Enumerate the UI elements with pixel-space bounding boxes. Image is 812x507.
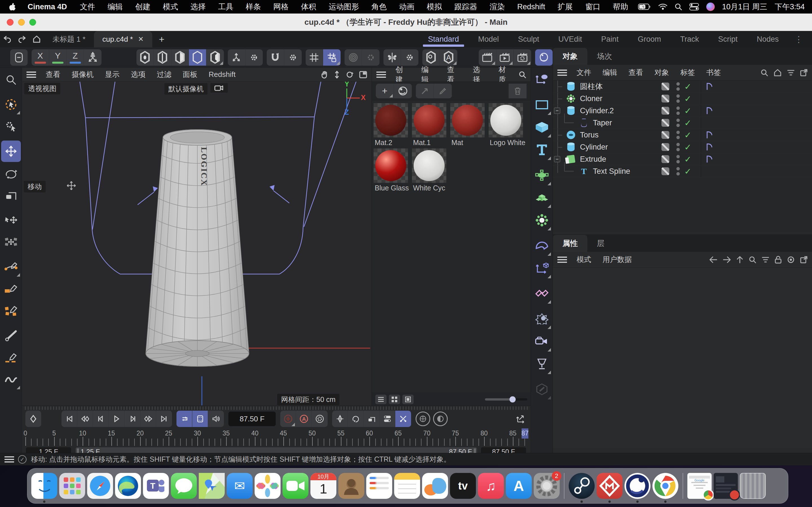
open-timeline-window-button[interactable]	[516, 414, 525, 424]
enabled-check-icon[interactable]: ✓	[684, 118, 691, 128]
layout-tab-sculpt[interactable]: Sculpt	[508, 31, 549, 47]
symmetry-gear-icon[interactable]	[401, 49, 418, 66]
layout-tab-groom[interactable]: Groom	[628, 31, 671, 47]
scale-tool[interactable]	[1, 184, 21, 206]
dock-messages[interactable]	[171, 473, 197, 499]
tab-attributes[interactable]: 属性	[553, 235, 587, 252]
falloff-rings-button[interactable]	[345, 49, 362, 66]
polygon-pen-tool[interactable]	[1, 300, 21, 321]
zoom-region-tool[interactable]	[1, 69, 21, 91]
enabled-check-icon[interactable]: ✓	[684, 82, 691, 92]
status-hamburger-icon[interactable]	[4, 456, 14, 462]
keyframe-presets-button[interactable]	[433, 411, 448, 426]
phong-tag-icon[interactable]	[706, 131, 714, 139]
grid-view-button[interactable]	[389, 395, 400, 404]
goto-start-button[interactable]	[61, 411, 77, 427]
spline-pen-icon[interactable]	[532, 68, 552, 91]
field-object-icon[interactable]	[532, 257, 552, 279]
material-item[interactable]: Mat.2	[373, 103, 410, 147]
vp-menu-filter[interactable]: 过滤	[151, 69, 177, 79]
menu-help[interactable]: 帮助	[607, 0, 635, 13]
toggle-view-icon[interactable]	[359, 71, 367, 78]
attr-menu-mode[interactable]: 模式	[571, 255, 597, 265]
menu-render[interactable]: 渲染	[484, 0, 511, 13]
redshift-renderview-button[interactable]	[535, 49, 553, 66]
menu-select[interactable]: 选择	[185, 0, 212, 13]
sketch-spline-tool[interactable]	[1, 278, 21, 299]
loop-playback-button[interactable]	[176, 411, 192, 427]
add-tab-button[interactable]: +	[152, 34, 171, 45]
next-frame-button[interactable]	[124, 411, 140, 427]
material-item[interactable]: Logo White	[489, 103, 525, 147]
visibility-dots[interactable]	[676, 107, 680, 115]
live-selection-tool[interactable]	[1, 94, 21, 115]
coordinate-system-button[interactable]	[10, 49, 28, 66]
dolly-icon[interactable]	[334, 71, 340, 78]
dock-mail[interactable]: ✉	[227, 473, 253, 499]
menu-create[interactable]: 创建	[129, 0, 157, 13]
redo-button[interactable]	[15, 31, 29, 47]
thumbnail-size-slider[interactable]	[485, 398, 527, 400]
orbit-icon[interactable]	[346, 71, 354, 78]
attr-lock-icon[interactable]	[775, 256, 781, 264]
mat-menu-view[interactable]: 查看	[442, 65, 467, 84]
key-position-button[interactable]	[332, 411, 348, 427]
menu-simulate[interactable]: 模拟	[421, 0, 448, 13]
layout-menu-button[interactable]: ⋮	[788, 34, 809, 44]
render-settings-button[interactable]	[514, 49, 531, 66]
large-icon-view-button[interactable]	[402, 395, 414, 404]
apply-material-button[interactable]	[416, 83, 434, 98]
grid-toggle-button[interactable]	[306, 49, 323, 66]
key-scale-button[interactable]	[364, 411, 379, 427]
vp-menu-redshift[interactable]: Redshift	[203, 70, 241, 79]
dock-safari[interactable]	[87, 473, 113, 499]
bend-deformer-icon[interactable]	[532, 235, 552, 257]
line-cut-tool[interactable]	[1, 347, 21, 368]
vp-menu-panel[interactable]: 面板	[177, 69, 203, 79]
dock-appletv[interactable]: tv	[450, 473, 476, 499]
material-item[interactable]: Mat.1	[412, 103, 449, 147]
move-tool[interactable]	[1, 140, 21, 162]
menu-mode[interactable]: 模式	[157, 0, 185, 13]
menu-mograph[interactable]: 运动图形	[322, 0, 365, 13]
camera-icon[interactable]	[210, 83, 228, 93]
home-icon[interactable]	[29, 31, 44, 47]
enabled-check-icon[interactable]: ✓	[684, 142, 691, 152]
om-menu-view[interactable]: 查看	[623, 68, 649, 77]
view-name-label[interactable]: 透视视图	[24, 83, 60, 94]
attr-menu-userdata[interactable]: 用户数据	[597, 255, 638, 265]
om-filter-icon[interactable]	[787, 69, 795, 76]
om-menu-bookmarks[interactable]: 书签	[701, 68, 726, 77]
dock-contacts[interactable]	[338, 473, 364, 499]
coordinate-global-local-button[interactable]	[84, 49, 101, 66]
dock-launchpad[interactable]	[59, 473, 85, 499]
boole-generator-icon[interactable]	[532, 187, 552, 209]
menu-redshift[interactable]: Redshift	[511, 0, 552, 13]
om-menu-object[interactable]: 对象	[649, 68, 675, 77]
dock-reminders[interactable]	[366, 473, 392, 499]
dock-appstore[interactable]: A	[506, 473, 532, 499]
collapse-expander[interactable]: −	[554, 156, 560, 162]
phong-tag-icon[interactable]	[706, 82, 714, 91]
visibility-dots[interactable]	[676, 82, 680, 91]
transform-tool[interactable]	[1, 209, 21, 231]
annotation-icon-disabled[interactable]	[532, 378, 552, 400]
auto-axis-button[interactable]: A	[440, 49, 457, 66]
om-search-icon[interactable]	[761, 69, 768, 76]
cup-mesh[interactable]: LOGICX	[146, 129, 249, 367]
record-keyframe-button[interactable]	[280, 411, 296, 427]
list-view-button[interactable]	[375, 395, 387, 404]
new-material-button[interactable]: +	[376, 83, 394, 98]
battery-icon[interactable]	[638, 3, 651, 10]
undo-button[interactable]	[0, 31, 15, 47]
collapse-expander[interactable]: −	[554, 108, 560, 114]
play-sound-button[interactable]	[208, 411, 224, 427]
attr-hamburger-icon[interactable]	[557, 257, 567, 263]
viewport-hamburger-icon[interactable]	[27, 71, 36, 78]
rotate-tool[interactable]	[1, 163, 21, 184]
material-ball-button[interactable]	[394, 83, 412, 98]
dock-notes[interactable]	[394, 473, 420, 499]
keyframe-settings-button[interactable]	[312, 411, 327, 427]
mograph-cloner-icon[interactable]	[532, 209, 552, 231]
om-menu-tags[interactable]: 标签	[675, 68, 701, 77]
